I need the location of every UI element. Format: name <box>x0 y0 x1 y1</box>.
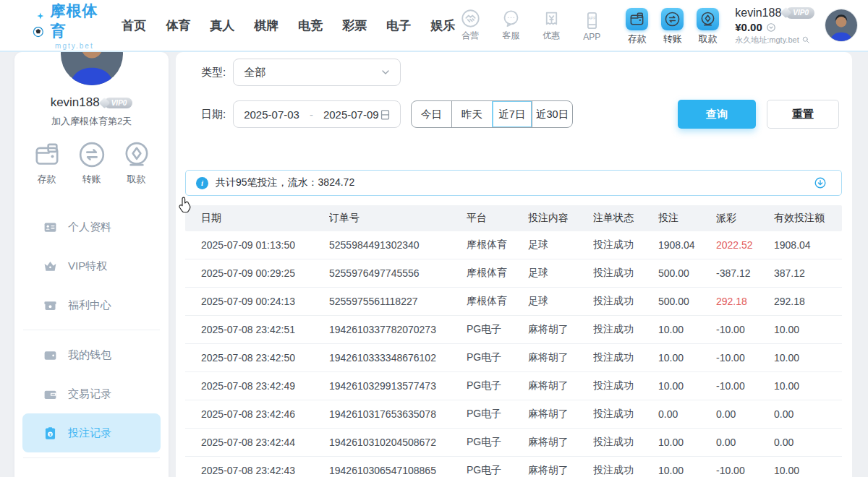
cell-date: 2025-07-08 23:42:51 <box>201 324 329 335</box>
menu-item-label: 福利中心 <box>68 298 111 312</box>
cell-status: 投注成功 <box>593 239 658 252</box>
sidebar-quick-actions: 存款 转账 取款 <box>14 140 169 186</box>
withdraw-icon <box>122 140 151 169</box>
sidebar-item-交易记录[interactable]: 交易记录 <box>22 374 161 413</box>
cell-date: 2025-07-08 23:42:49 <box>201 380 329 392</box>
cell-date: 2025-07-08 23:42:46 <box>201 408 329 420</box>
cell-payout: 2022.52 <box>716 239 774 251</box>
nav-item-彩票[interactable]: 彩票 <box>342 17 367 34</box>
date-range-picker[interactable]: 2025-07-03 - 2025-07-09 <box>233 100 401 128</box>
sidebar-avatar[interactable] <box>59 52 124 87</box>
header-wallet-action[interactable]: 转账 <box>661 6 684 46</box>
sidebar-quick-action[interactable]: 存款 <box>33 140 61 186</box>
table-header-cell: 投注内容 <box>528 212 593 225</box>
quick-range-group: 今日昨天近7日近30日 <box>411 100 573 128</box>
summary-banner: i 共计95笔投注，流水：3824.72 <box>185 170 842 196</box>
nav-item-娱乐[interactable]: 娱乐 <box>430 17 455 34</box>
wallet-icon <box>43 348 58 363</box>
cell-date: 2025-07-09 00:29:25 <box>201 267 329 279</box>
sidebar-vip-badge: VIP0 <box>104 98 133 108</box>
cell-bet-content: 麻将胡了 <box>528 408 593 421</box>
menu-item-label: VIP特权 <box>68 259 107 273</box>
menu-divider <box>23 457 160 458</box>
range-button-昨天[interactable]: 昨天 <box>451 101 492 127</box>
nav-item-label: 彩票 <box>342 19 367 33</box>
logo-title: 摩根体育 <box>50 1 98 41</box>
cell-payout: -10.00 <box>716 380 774 392</box>
sidebar-item-投注记录[interactable]: 投注记录 <box>22 413 161 452</box>
chevron-down-icon <box>380 66 391 78</box>
header-quick-link[interactable]: 优惠 <box>536 9 566 42</box>
nav-item-电竞[interactable]: 电竞 <box>298 17 323 34</box>
cell-bet-content: 麻将胡了 <box>528 379 593 392</box>
wallet-action-label: 转账 <box>663 33 682 46</box>
query-button[interactable]: 查询 <box>678 100 756 129</box>
header-wallet-action[interactable]: 存款 <box>626 6 648 46</box>
sidebar-item-福利中心[interactable]: 福利中心 <box>22 285 161 325</box>
expand-icon[interactable] <box>814 176 827 189</box>
nav-item-label: 电竞 <box>298 19 323 33</box>
cell-payout: 292.18 <box>716 296 774 307</box>
nav-item-棋牌[interactable]: 棋牌 <box>254 17 278 34</box>
sidebar-item-兑奖记录[interactable]: 兑奖记录 <box>22 463 161 477</box>
search-icon[interactable] <box>801 35 810 44</box>
logo-subtitle: mgty.bet <box>55 42 94 50</box>
date-range-label: 近30日 <box>536 108 569 121</box>
sidebar-username: kevin188 <box>51 95 100 110</box>
trade-icon <box>43 387 58 402</box>
quick-link-label: 客服 <box>502 30 519 42</box>
sidebar-item-VIP特权[interactable]: VIP特权 <box>22 246 161 285</box>
cell-platform: 摩根体育 <box>467 295 528 308</box>
cell-bet-content: 足球 <box>528 239 593 252</box>
cell-valid-amount: 10.00 <box>774 324 826 335</box>
range-button-近7日[interactable]: 近7日 <box>492 101 532 127</box>
refresh-balance-icon[interactable] <box>766 22 776 33</box>
betting-records-panel: 类型: 全部 日期: 2025-07-03 - 2025-07-09 今日昨天近… <box>176 52 852 477</box>
sidebar-item-我的钱包[interactable]: 我的钱包 <box>22 335 161 374</box>
site-logo[interactable]: 摩根体育 mgty.bet <box>17 1 98 50</box>
cell-order-number: 5255984491302340 <box>329 239 467 251</box>
cell-payout: -387.12 <box>716 267 774 279</box>
sidebar-quick-label: 存款 <box>38 173 56 186</box>
header-avatar[interactable] <box>825 9 858 42</box>
cell-valid-amount: 387.12 <box>774 267 826 279</box>
cell-bet-amount: 0.00 <box>658 408 716 420</box>
handshake-icon <box>461 9 480 28</box>
range-button-近30日[interactable]: 近30日 <box>532 101 572 127</box>
reset-button[interactable]: 重置 <box>767 100 839 129</box>
date-range-label: 昨天 <box>461 108 482 121</box>
cell-platform: PG电子 <box>467 323 528 336</box>
sidebar-item-个人资料[interactable]: 个人资料 <box>22 207 161 246</box>
cell-order-number: 1942610310204508672 <box>329 437 467 448</box>
date-range-label: 近7日 <box>498 108 525 121</box>
header-quick-link[interactable]: 合营 <box>455 9 485 42</box>
top-navbar: 摩根体育 mgty.bet 首页体育真人棋牌电竞彩票电子娱乐 合营 客服 优惠 … <box>0 0 868 52</box>
menu-item-label: 交易记录 <box>68 387 111 401</box>
nav-item-体育[interactable]: 体育 <box>166 17 190 34</box>
sidebar-quick-action[interactable]: 取款 <box>122 140 151 186</box>
table-header-cell: 投注 <box>658 212 716 225</box>
profile-sidebar: kevin188 VIP0 加入摩根体育第2天 存款 转账 取款 个人资料 VI… <box>14 52 169 477</box>
avatar-image <box>61 52 123 85</box>
header-quick-link[interactable]: 客服 <box>495 9 526 42</box>
type-label: 类型: <box>201 66 226 80</box>
user-menu[interactable]: kevin188 VIP0 ¥0.00 永久地址:mgty.bet <box>735 6 814 46</box>
type-select[interactable]: 全部 <box>233 59 401 86</box>
header-wallet-action[interactable]: 取款 <box>697 6 719 46</box>
cell-order-number: 5255976497745556 <box>329 267 467 279</box>
header-quick-link[interactable]: APP <box>576 11 607 42</box>
nav-item-真人[interactable]: 真人 <box>210 17 234 34</box>
nav-item-首页[interactable]: 首页 <box>122 17 146 34</box>
nav-item-label: 娱乐 <box>430 19 455 33</box>
sidebar-quick-action[interactable]: 转账 <box>77 140 106 186</box>
avatar-image <box>825 9 857 41</box>
cell-status: 投注成功 <box>593 379 658 392</box>
nav-item-电子[interactable]: 电子 <box>386 17 411 34</box>
cell-order-number: 1942610317653635078 <box>329 408 467 420</box>
bet-icon <box>43 426 58 441</box>
joined-days-text: 加入摩根体育第2天 <box>14 115 169 128</box>
range-button-今日[interactable]: 今日 <box>412 101 451 127</box>
date-from: 2025-07-03 <box>244 108 299 121</box>
date-separator: - <box>310 108 313 121</box>
idcard-icon <box>43 220 58 235</box>
